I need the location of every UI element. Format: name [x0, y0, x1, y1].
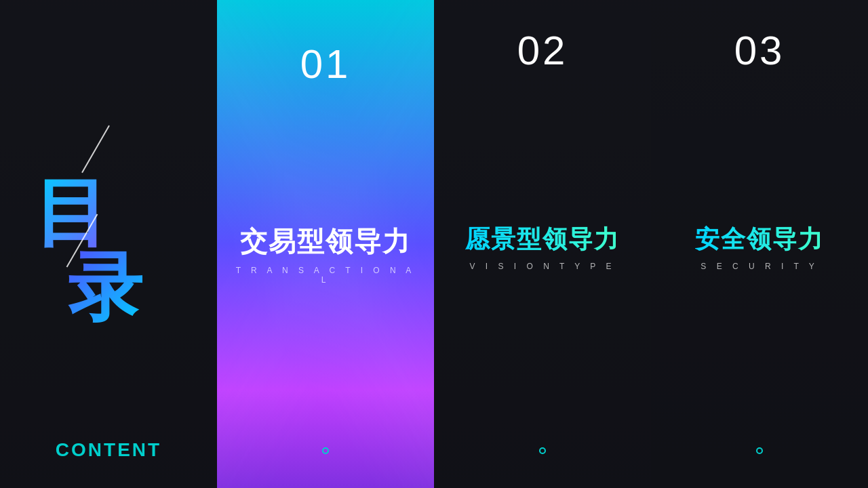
panel-01-title-en: T R A N S A C T I O N A L — [231, 266, 420, 285]
panel-02-title-zh: 愿景型领导力 — [465, 223, 620, 256]
panel-02-title-en: V I S I O N T Y P E — [470, 262, 616, 271]
content-label: CONTENT — [56, 439, 161, 461]
content-bottom: CONTENT — [20, 439, 197, 468]
mu-char: 目 — [34, 176, 108, 250]
panel-01-middle: 交易型领导力 T R A N S A C T I O N A L — [231, 223, 420, 285]
panel-01: 01 交易型领导力 T R A N S A C T I O N A L — [217, 0, 434, 488]
panel-02-middle: 愿景型领导力 V I S I O N T Y P E — [465, 223, 620, 271]
panel-02: 02 愿景型领导力 V I S I O N T Y P E — [434, 0, 651, 488]
panel-03-number: 03 — [734, 27, 785, 74]
panel-01-dot — [322, 447, 329, 454]
panel-03-title-en: S E C U R I T Y — [701, 262, 818, 271]
panel-02-dot — [539, 447, 546, 454]
panel-02-bottom — [539, 447, 546, 461]
panel-01-top: 01 — [300, 27, 351, 87]
panel-03: 03 安全领导力 S E C U R I T Y — [651, 0, 868, 488]
panel-03-middle: 安全领导力 S E C U R I T Y — [695, 223, 824, 271]
panel-02-top: 02 — [517, 27, 568, 74]
panel-01-number: 01 — [300, 41, 351, 87]
intro-panel: 目 录 CONTENT — [0, 0, 217, 488]
panel-03-top: 03 — [734, 27, 785, 74]
panel-03-bottom — [756, 447, 763, 461]
panel-01-title-zh: 交易型领导力 — [240, 223, 411, 260]
panel-03-dot — [756, 447, 763, 454]
lu-char: 录 — [68, 250, 142, 325]
panel-02-number: 02 — [517, 27, 568, 74]
mu-lu-title: 目 录 — [34, 176, 197, 325]
panel-03-title-zh: 安全领导力 — [695, 223, 824, 256]
panel-01-bottom — [322, 447, 329, 461]
